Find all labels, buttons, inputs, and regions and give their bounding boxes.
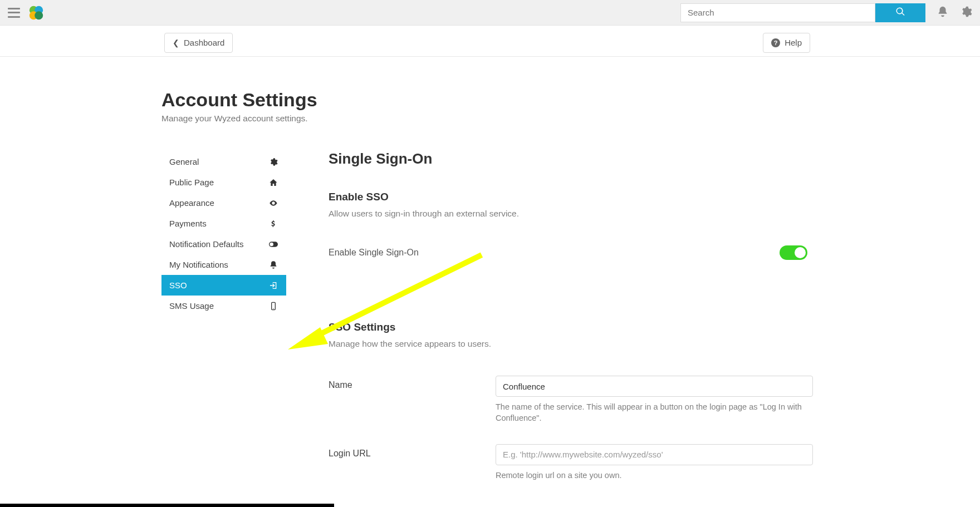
sidenav-label: General: [169, 157, 199, 166]
sidenav-item-my-notifications[interactable]: My Notifications: [161, 254, 286, 275]
sidenav-item-appearance[interactable]: Appearance: [161, 193, 286, 213]
sso-login-url-input[interactable]: [496, 444, 813, 465]
sidenav-item-payments[interactable]: Payments: [161, 213, 286, 234]
gear-icon: [268, 157, 278, 166]
sidenav-item-public-page[interactable]: Public Page: [161, 172, 286, 193]
subheader: ❮ Dashboard ? Help: [0, 26, 980, 57]
search-box: [680, 3, 925, 22]
sso-login-url-label: Login URL: [329, 444, 496, 481]
settings-sidenav: General Public Page Appearance Payments …: [161, 151, 286, 316]
main-panel: Single Sign-On Enable SSO Allow users to…: [329, 150, 813, 481]
enable-sso-toggle[interactable]: [780, 245, 807, 260]
dashboard-back-button[interactable]: ❮ Dashboard: [164, 33, 233, 53]
page-title: Account Settings: [161, 89, 317, 111]
dashboard-back-label: Dashboard: [184, 38, 224, 47]
bottom-strip: [0, 504, 334, 507]
sso-login-url-help: Remote login url on a site you own.: [496, 470, 813, 481]
sidenav-item-sso[interactable]: SSO: [161, 275, 286, 296]
eye-icon: [268, 199, 278, 208]
sidenav-label: My Notifications: [169, 260, 228, 269]
settings-gear-icon[interactable]: [960, 6, 972, 20]
content: Account Settings Manage your Wyzed accou…: [0, 57, 980, 507]
sso-name-label: Name: [329, 376, 496, 424]
topbar: [0, 0, 980, 26]
hamburger-menu-icon[interactable]: [8, 8, 20, 18]
svg-marker-9: [288, 327, 328, 350]
svg-point-5: [270, 242, 273, 246]
login-icon: [268, 281, 278, 290]
sidenav-item-sms-usage[interactable]: SMS Usage: [161, 296, 286, 316]
dollar-icon: [268, 219, 278, 228]
toggle-icon: [268, 240, 278, 249]
sso-settings-title: SSO Settings: [329, 321, 813, 333]
phone-icon: [268, 302, 278, 311]
sso-name-row: Name The name of the service. This will …: [329, 376, 813, 424]
svg-point-7: [273, 308, 273, 309]
sidenav-item-notification-defaults[interactable]: Notification Defaults: [161, 234, 286, 254]
enable-sso-title: Enable SSO: [329, 191, 813, 203]
search-input[interactable]: [680, 3, 875, 22]
sidenav-item-general[interactable]: General: [161, 151, 286, 172]
sidenav-label: Payments: [169, 219, 207, 228]
chevron-left-icon: ❮: [173, 38, 179, 47]
sidenav-label: SSO: [169, 280, 187, 290]
notifications-icon[interactable]: [937, 6, 949, 20]
help-icon: ?: [771, 38, 780, 47]
sso-login-url-row: Login URL Remote login url on a site you…: [329, 444, 813, 481]
section-title: Single Sign-On: [329, 150, 813, 168]
enable-sso-label: Enable Single Sign-On: [329, 248, 419, 258]
sidenav-label: Public Page: [169, 178, 214, 187]
sso-name-input[interactable]: [496, 376, 813, 397]
page-subtitle: Manage your Wyzed account settings.: [161, 114, 308, 124]
search-button[interactable]: [875, 3, 925, 22]
help-button[interactable]: ? Help: [763, 33, 810, 53]
sidenav-label: SMS Usage: [169, 301, 214, 311]
svg-point-3: [35, 11, 43, 19]
sso-name-help: The name of the service. This will appea…: [496, 401, 813, 424]
sidenav-label: Notification Defaults: [169, 239, 243, 249]
sidenav-label: Appearance: [169, 198, 214, 208]
bell-icon: [268, 260, 278, 269]
search-icon: [895, 7, 905, 18]
enable-sso-row: Enable Single Sign-On: [329, 245, 807, 260]
help-label: Help: [785, 38, 802, 47]
home-icon: [268, 178, 278, 187]
sso-settings-desc: Manage how the service appears to users.: [329, 339, 813, 349]
enable-sso-desc: Allow users to sign-in through an extern…: [329, 209, 813, 219]
app-logo[interactable]: [28, 4, 45, 21]
